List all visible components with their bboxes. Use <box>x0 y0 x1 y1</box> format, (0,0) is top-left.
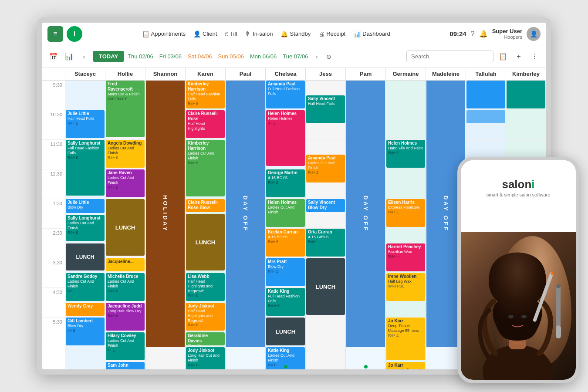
date-thu[interactable]: Thu 02/06 <box>128 53 153 60</box>
calendar-icon[interactable]: 📅 <box>47 51 60 63</box>
search-input[interactable] <box>406 51 493 62</box>
appt-germaine-6[interactable]: Jo Karr Luxury Pedicure 60 minutes £ <box>386 362 425 369</box>
appt-germaine-1[interactable]: Helen Holmes Hand File And Paint R4+ £ <box>386 140 425 168</box>
circle-pam <box>364 365 368 368</box>
nav-dashboard[interactable]: 📊 Dashboard <box>353 30 390 37</box>
appt-tallulah-1[interactable] <box>466 81 505 108</box>
nav-insalon[interactable]: 🎙 In-salon <box>245 30 273 37</box>
appt-karen-1[interactable]: Kimberley Harrison Half Head Fashion Foi… <box>186 81 225 108</box>
nav-insalon-label: In-salon <box>253 30 273 37</box>
staff-madeleine: Madeleine <box>426 68 466 80</box>
appointments-icon: 📋 <box>142 30 149 37</box>
appt-germaine-4[interactable]: Irene Woollen Half Leg Wax WiFi R3£ <box>386 273 425 301</box>
circle-chelsea <box>284 365 287 368</box>
app-logo: i <box>67 26 82 42</box>
date-mon[interactable]: Mon 06/06 <box>250 53 277 60</box>
appt-staceyc-2[interactable]: Sally Longhurst Full Head Fashion Foils … <box>66 140 105 196</box>
appt-chelsea-7[interactable]: Katie King Full Head Fashion Foils R4 ♥ … <box>266 288 305 316</box>
phone-frame: saloni smart & simple salon software <box>457 157 579 383</box>
appt-staceyc-3[interactable]: Julie Little Blow Dry <box>66 199 105 213</box>
appt-staceyc-1[interactable]: Julie Little Half Head Foils R4+ £ <box>66 110 105 138</box>
col-chelsea: Amanda Paul Full Head Fashion Foils Hele… <box>265 81 305 369</box>
nav-receipt[interactable]: 🖨 Receipt <box>318 30 345 37</box>
appt-karen-4[interactable]: Claire Russell-Ross Blow <box>186 199 225 212</box>
today-button[interactable]: TODAY <box>93 51 124 62</box>
add-template-btn[interactable]: 📋 <box>497 51 509 63</box>
list-icon[interactable]: 📊 <box>63 51 75 63</box>
appt-chelsea-2[interactable]: Helen Holmes Helen Holmes 4+ £ <box>266 110 305 166</box>
appt-staceyc-6[interactable]: Wendy Gray <box>66 303 105 316</box>
appt-germaine-2[interactable]: Eileen Harris Express Manicure R4+ £ <box>386 199 425 227</box>
phone-logo: saloni <box>502 178 534 191</box>
appt-chelsea-1[interactable]: Amanda Paul Full Head Fashion Foils <box>266 81 305 108</box>
nav-client[interactable]: 👤 Client <box>193 30 217 37</box>
time-1230: 12:30 <box>42 169 65 199</box>
appt-staceyc-4[interactable]: Sally Longhurst Ladies Cut And Finish R4… <box>66 215 105 241</box>
appt-chelsea-3[interactable]: George Martin 4-15 BOYS R4+ £ <box>266 169 305 197</box>
lunch-hollie: LUNCH <box>106 199 145 256</box>
staff-jess: Jess <box>305 68 345 80</box>
staff-paul: Paul <box>225 68 265 80</box>
today-circle-btn[interactable]: ⊙ <box>324 51 334 62</box>
col-jess: Sally Vincent Half Head Foils Amanda Pau… <box>305 81 345 369</box>
help-icon[interactable]: ? <box>471 30 475 38</box>
next-btn[interactable]: › <box>311 51 322 62</box>
appt-hollie-5[interactable]: Michelle Bruce Ladies Cut And Finish R4+… <box>106 273 145 301</box>
nav-appointments[interactable]: 📋 Appointments <box>142 30 186 37</box>
appt-tallulah-2[interactable] <box>466 110 505 123</box>
appt-jess-1[interactable]: Sally Vincent Half Head Foils <box>306 95 345 123</box>
svg-rect-7 <box>556 284 561 328</box>
phone-content: saloni smart & simple salon software <box>461 160 576 380</box>
appt-hollie-7[interactable]: Hilary Cowley Ladies Cut And Finish 4+ £ <box>106 332 145 360</box>
staff-shannon: Shannon <box>145 68 185 80</box>
time-130: 1:30 <box>42 199 65 229</box>
current-time: 09:24 <box>449 30 466 37</box>
appt-staceyc-5[interactable]: Sandre Godoy Ladies Cut And Finish 4+ <box>66 273 105 301</box>
appt-karen-8[interactable]: Jody Jiskoot Long Hair Cut and Finish R4… <box>186 347 225 369</box>
svg-point-6 <box>521 315 527 318</box>
appt-karen-5[interactable]: Lisa Webb Half Head Highlights and Regro… <box>186 273 225 301</box>
time-col: 9:30 10:30 11:30 12:30 1:30 2:30 3:30 4:… <box>42 81 65 369</box>
appt-chelsea-6[interactable]: Mrs Pratt Blow Dry R4+ £ <box>266 258 305 286</box>
lunch-karen: LUNCH <box>186 214 225 270</box>
appt-germaine-5[interactable]: Jo Karr Deep Tissue Massage 55 mins R4+ … <box>386 318 425 360</box>
add-btn[interactable]: + <box>513 51 525 63</box>
nav-standby[interactable]: 🔔 Standby <box>280 30 311 37</box>
date-fri[interactable]: Fri 03/06 <box>159 53 182 60</box>
staff-karen: Karen <box>185 68 225 80</box>
appt-chelsea-4[interactable]: Helen Holmes Ladies Cut And Finish <box>266 199 305 227</box>
date-tue[interactable]: Tue 07/06 <box>283 53 308 60</box>
notification-icon[interactable]: 🔔 <box>479 30 488 38</box>
appt-karen-2[interactable]: Claire Russell-Ross Half Head Highlights <box>186 110 225 138</box>
appt-karen-7[interactable]: Geraldine Davies Blow Dry <box>186 332 225 345</box>
appt-hollie-8[interactable]: Sam John 4-15 BOYS R4+ £ <box>106 362 145 369</box>
more-btn[interactable]: ⋮ <box>528 51 541 63</box>
standby-icon: 🔔 <box>280 30 288 37</box>
menu-button[interactable]: ≡ <box>47 26 63 42</box>
date-sat[interactable]: Sat 04/06 <box>188 53 212 60</box>
appt-hollie-1[interactable]: Fred Ravenscroft Mens Cut & Finish WiFi … <box>106 81 145 137</box>
appt-jess-2[interactable]: Amanda Paul Ladies Cut And Finish R4+ £ <box>306 155 345 182</box>
col-germaine: Helen Holmes Hand File And Paint R4+ £ E… <box>385 81 426 369</box>
date-sun[interactable]: Sun 05/06 <box>218 53 244 60</box>
appt-hollie-6[interactable]: Jacqueline Judd Long Hair Blow Dry R4+ £ <box>106 303 145 331</box>
appt-karen-6[interactable]: Jody Jiskoot Half Head Highlights and Re… <box>186 303 225 331</box>
appt-hollie-3[interactable]: Jane Raven Ladies Cut And Finish R4+ £ <box>106 169 145 197</box>
appt-germaine-3[interactable]: Harriet Peachey Brazilian Wax R4+ → <box>386 243 425 271</box>
svg-point-9 <box>556 284 561 288</box>
client-icon: 👤 <box>193 30 201 37</box>
appt-staceyc-7[interactable]: Gill Lambert Blow Dry 4+ £ <box>66 318 105 345</box>
appt-jess-4[interactable]: Orla Curran 4-15 GIRLS R4+ <box>306 229 345 257</box>
lunch-jess: LUNCH <box>306 258 345 315</box>
nav-till[interactable]: £ Till <box>225 30 237 37</box>
appt-karen-3[interactable]: Kimberley Harrison Ladies Cut And Finish… <box>186 140 225 196</box>
nav-items: 📋 Appointments 👤 Client £ Till 🎙 In-salo… <box>86 30 446 37</box>
appt-hollie-4[interactable]: Jacqueline... <box>106 258 145 271</box>
appt-hollie-2[interactable]: Angela Dowding Ladies Cut And Finish R4+… <box>106 140 145 168</box>
till-icon: £ <box>225 30 228 37</box>
appt-jess-3[interactable]: Sally Vincent Blow Dry 4+ <box>306 199 345 212</box>
appt-kimberley-1[interactable] <box>507 81 545 108</box>
prev-btn[interactable]: ‹ <box>79 51 89 62</box>
appt-chelsea-5[interactable]: Keelan Curran 4-15 BOYS R4+ £ <box>266 229 305 257</box>
staff-germaine: Germaine <box>385 68 426 80</box>
